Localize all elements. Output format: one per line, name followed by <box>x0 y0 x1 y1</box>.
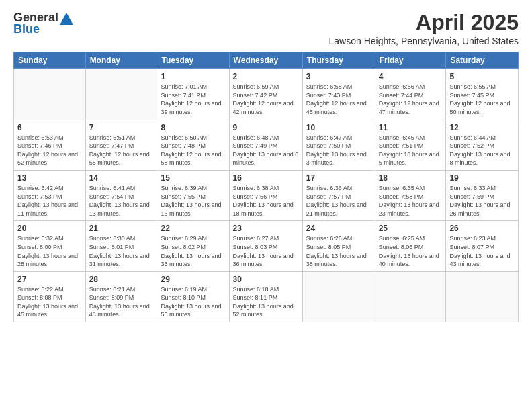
table-row: 4Sunrise: 6:56 AMSunset: 7:44 PMDaylight… <box>375 69 446 120</box>
title-section: April 2025 Lawson Heights, Pennsylvania,… <box>329 11 519 46</box>
day-info: Sunrise: 6:59 AMSunset: 7:42 PMDaylight:… <box>233 83 299 116</box>
day-number: 8 <box>161 123 225 132</box>
table-row: 16Sunrise: 6:38 AMSunset: 7:56 PMDayligh… <box>229 170 302 220</box>
month-title: April 2025 <box>329 11 519 34</box>
table-row: 22Sunrise: 6:29 AMSunset: 8:02 PMDayligh… <box>157 221 229 271</box>
table-row: 5Sunrise: 6:55 AMSunset: 7:45 PMDaylight… <box>446 69 519 120</box>
day-info: Sunrise: 6:50 AMSunset: 7:48 PMDaylight:… <box>161 134 225 167</box>
day-number: 7 <box>89 123 154 132</box>
table-row <box>446 271 519 322</box>
day-number: 17 <box>306 173 371 183</box>
day-number: 10 <box>306 123 371 132</box>
col-sunday: Sunday <box>14 52 86 69</box>
day-number: 20 <box>17 224 82 233</box>
calendar-header-row: Sunday Monday Tuesday Wednesday Thursday… <box>14 52 519 69</box>
day-number: 25 <box>379 224 443 233</box>
table-row: 25Sunrise: 6:25 AMSunset: 8:06 PMDayligh… <box>375 221 446 271</box>
table-row: 27Sunrise: 6:22 AMSunset: 8:08 PMDayligh… <box>14 271 86 322</box>
table-row: 13Sunrise: 6:42 AMSunset: 7:53 PMDayligh… <box>14 170 86 220</box>
day-number: 28 <box>89 275 154 284</box>
table-row: 12Sunrise: 6:44 AMSunset: 7:52 PMDayligh… <box>446 120 519 170</box>
table-row: 23Sunrise: 6:27 AMSunset: 8:03 PMDayligh… <box>229 221 302 271</box>
calendar-table: Sunday Monday Tuesday Wednesday Thursday… <box>13 52 519 322</box>
page: General Blue April 2025 Lawson Heights, … <box>0 0 532 411</box>
table-row: 28Sunrise: 6:21 AMSunset: 8:09 PMDayligh… <box>85 271 157 322</box>
table-row: 9Sunrise: 6:48 AMSunset: 7:49 PMDaylight… <box>229 120 302 170</box>
col-monday: Monday <box>85 52 157 69</box>
day-info: Sunrise: 6:47 AMSunset: 7:50 PMDaylight:… <box>306 134 371 167</box>
calendar-week-row: 27Sunrise: 6:22 AMSunset: 8:08 PMDayligh… <box>14 271 519 322</box>
day-info: Sunrise: 6:48 AMSunset: 7:49 PMDaylight:… <box>233 134 299 167</box>
day-number: 12 <box>449 123 515 132</box>
table-row: 24Sunrise: 6:26 AMSunset: 8:05 PMDayligh… <box>302 221 375 271</box>
day-info: Sunrise: 6:29 AMSunset: 8:02 PMDaylight:… <box>161 234 225 268</box>
day-number: 13 <box>17 173 82 183</box>
day-number: 1 <box>161 72 225 81</box>
col-wednesday: Wednesday <box>229 52 302 69</box>
day-number: 14 <box>89 173 154 183</box>
day-info: Sunrise: 6:32 AMSunset: 8:00 PMDaylight:… <box>17 234 82 268</box>
day-number: 27 <box>17 275 82 284</box>
day-info: Sunrise: 6:53 AMSunset: 7:46 PMDaylight:… <box>17 134 82 167</box>
day-number: 18 <box>379 173 443 183</box>
col-tuesday: Tuesday <box>157 52 229 69</box>
day-number: 11 <box>379 123 443 132</box>
day-info: Sunrise: 6:39 AMSunset: 7:55 PMDaylight:… <box>161 184 225 218</box>
table-row: 30Sunrise: 6:18 AMSunset: 8:11 PMDayligh… <box>229 271 302 322</box>
calendar-week-row: 1Sunrise: 7:01 AMSunset: 7:41 PMDaylight… <box>14 69 519 120</box>
table-row: 14Sunrise: 6:41 AMSunset: 7:54 PMDayligh… <box>85 170 157 220</box>
day-number: 22 <box>161 224 225 233</box>
table-row <box>375 271 446 322</box>
logo-icon <box>60 13 73 25</box>
day-number: 16 <box>233 173 299 183</box>
day-info: Sunrise: 7:01 AMSunset: 7:41 PMDaylight:… <box>161 83 225 116</box>
col-friday: Friday <box>375 52 446 69</box>
day-number: 19 <box>449 173 515 183</box>
logo: General Blue <box>13 11 73 36</box>
day-info: Sunrise: 6:58 AMSunset: 7:43 PMDaylight:… <box>306 83 371 116</box>
table-row: 29Sunrise: 6:19 AMSunset: 8:10 PMDayligh… <box>157 271 229 322</box>
day-number: 26 <box>449 224 515 233</box>
day-info: Sunrise: 6:26 AMSunset: 8:05 PMDaylight:… <box>306 234 371 268</box>
day-info: Sunrise: 6:19 AMSunset: 8:10 PMDaylight:… <box>161 285 225 319</box>
table-row: 20Sunrise: 6:32 AMSunset: 8:00 PMDayligh… <box>14 221 86 271</box>
day-info: Sunrise: 6:18 AMSunset: 8:11 PMDaylight:… <box>233 285 299 319</box>
day-info: Sunrise: 6:35 AMSunset: 7:58 PMDaylight:… <box>379 184 443 218</box>
day-number: 21 <box>89 224 154 233</box>
day-info: Sunrise: 6:41 AMSunset: 7:54 PMDaylight:… <box>89 184 154 218</box>
calendar-week-row: 13Sunrise: 6:42 AMSunset: 7:53 PMDayligh… <box>14 170 519 220</box>
table-row: 6Sunrise: 6:53 AMSunset: 7:46 PMDaylight… <box>14 120 86 170</box>
table-row: 11Sunrise: 6:45 AMSunset: 7:51 PMDayligh… <box>375 120 446 170</box>
day-info: Sunrise: 6:51 AMSunset: 7:47 PMDaylight:… <box>89 134 154 167</box>
day-info: Sunrise: 6:27 AMSunset: 8:03 PMDaylight:… <box>233 234 299 268</box>
day-info: Sunrise: 6:44 AMSunset: 7:52 PMDaylight:… <box>449 134 515 167</box>
day-number: 2 <box>233 72 299 81</box>
day-info: Sunrise: 6:55 AMSunset: 7:45 PMDaylight:… <box>449 83 515 116</box>
location: Lawson Heights, Pennsylvania, United Sta… <box>329 36 519 46</box>
day-info: Sunrise: 6:36 AMSunset: 7:57 PMDaylight:… <box>306 184 371 218</box>
table-row: 1Sunrise: 7:01 AMSunset: 7:41 PMDaylight… <box>157 69 229 120</box>
day-number: 4 <box>379 72 443 81</box>
day-info: Sunrise: 6:38 AMSunset: 7:56 PMDaylight:… <box>233 184 299 218</box>
table-row: 10Sunrise: 6:47 AMSunset: 7:50 PMDayligh… <box>302 120 375 170</box>
calendar-week-row: 6Sunrise: 6:53 AMSunset: 7:46 PMDaylight… <box>14 120 519 170</box>
day-info: Sunrise: 6:33 AMSunset: 7:59 PMDaylight:… <box>449 184 515 218</box>
day-number: 6 <box>17 123 82 132</box>
logo-blue: Blue <box>13 22 40 36</box>
table-row <box>14 69 86 120</box>
day-number: 3 <box>306 72 371 81</box>
table-row: 15Sunrise: 6:39 AMSunset: 7:55 PMDayligh… <box>157 170 229 220</box>
day-info: Sunrise: 6:56 AMSunset: 7:44 PMDaylight:… <box>379 83 443 116</box>
day-info: Sunrise: 6:22 AMSunset: 8:08 PMDaylight:… <box>17 285 82 319</box>
table-row: 8Sunrise: 6:50 AMSunset: 7:48 PMDaylight… <box>157 120 229 170</box>
table-row: 3Sunrise: 6:58 AMSunset: 7:43 PMDaylight… <box>302 69 375 120</box>
table-row: 2Sunrise: 6:59 AMSunset: 7:42 PMDaylight… <box>229 69 302 120</box>
header: General Blue April 2025 Lawson Heights, … <box>13 11 519 46</box>
table-row: 7Sunrise: 6:51 AMSunset: 7:47 PMDaylight… <box>85 120 157 170</box>
day-number: 29 <box>161 275 225 284</box>
day-number: 15 <box>161 173 225 183</box>
day-info: Sunrise: 6:45 AMSunset: 7:51 PMDaylight:… <box>379 134 443 167</box>
table-row: 21Sunrise: 6:30 AMSunset: 8:01 PMDayligh… <box>85 221 157 271</box>
col-thursday: Thursday <box>302 52 375 69</box>
day-number: 24 <box>306 224 371 233</box>
